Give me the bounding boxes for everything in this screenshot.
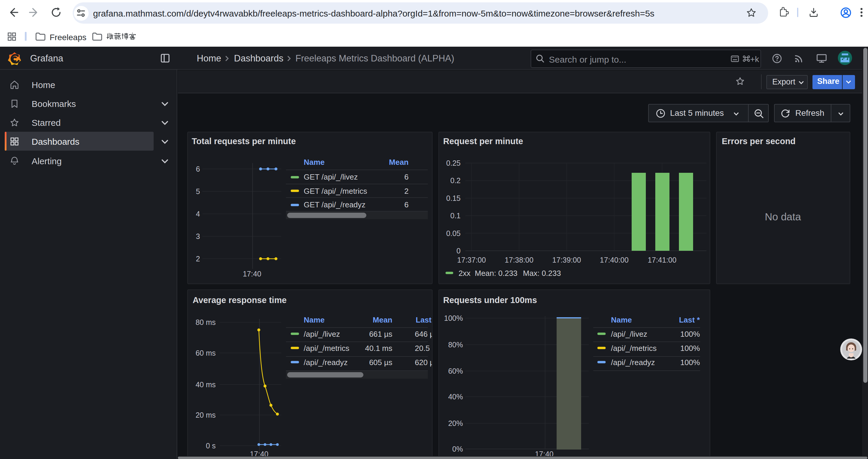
- svg-text:6: 6: [195, 165, 200, 173]
- svg-text:17:39:00: 17:39:00: [552, 256, 581, 264]
- svg-text:17:40:00: 17:40:00: [599, 256, 628, 264]
- svg-text:0.2: 0.2: [450, 176, 460, 185]
- svg-text:4: 4: [195, 210, 200, 218]
- svg-text:2: 2: [195, 255, 200, 263]
- svg-text:3: 3: [195, 232, 200, 240]
- svg-text:80%: 80%: [448, 340, 463, 349]
- svg-text:0: 0: [456, 247, 460, 255]
- svg-text:0.25: 0.25: [446, 159, 460, 167]
- svg-text:40%: 40%: [448, 393, 463, 401]
- svg-text:20%: 20%: [448, 419, 463, 427]
- svg-text:0.05: 0.05: [446, 229, 460, 237]
- svg-text:17:41:00: 17:41:00: [647, 256, 676, 264]
- svg-text:100%: 100%: [444, 314, 463, 322]
- svg-text:0.1: 0.1: [450, 211, 460, 220]
- svg-text:17:37:00: 17:37:00: [457, 256, 486, 264]
- svg-text:60%: 60%: [448, 367, 463, 375]
- svg-text:0.15: 0.15: [446, 194, 460, 202]
- svg-text:17:38:00: 17:38:00: [504, 256, 533, 264]
- svg-text:17:40: 17:40: [243, 270, 261, 278]
- svg-text:5: 5: [195, 187, 200, 196]
- svg-text:0%: 0%: [452, 445, 463, 453]
